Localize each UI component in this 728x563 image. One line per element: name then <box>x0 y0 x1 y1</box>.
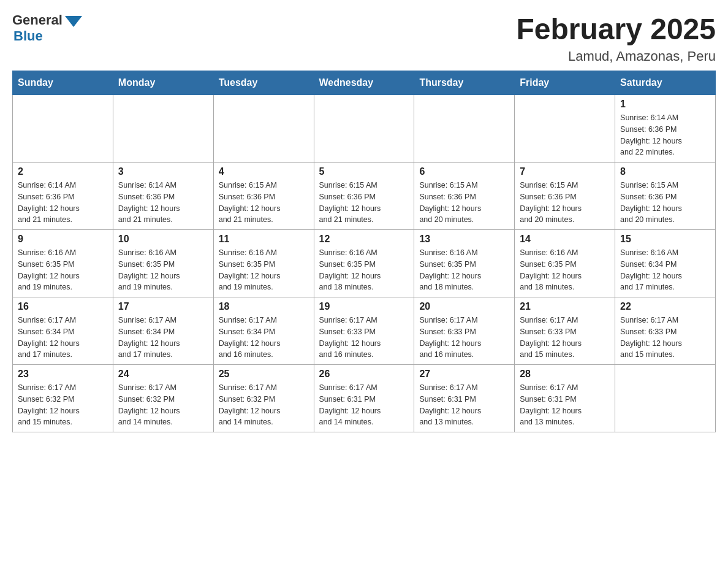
day-number: 20 <box>419 301 509 312</box>
day-number: 23 <box>18 369 108 380</box>
day-number: 13 <box>419 234 509 245</box>
calendar-cell <box>615 365 716 432</box>
day-number: 24 <box>118 369 208 380</box>
logo: General Blue <box>12 12 82 44</box>
calendar-cell: 19Sunrise: 6:17 AM Sunset: 6:33 PM Dayli… <box>314 297 414 365</box>
calendar-cell <box>515 95 615 163</box>
day-number: 25 <box>219 369 309 380</box>
day-info: Sunrise: 6:15 AM Sunset: 6:36 PM Dayligh… <box>219 180 309 226</box>
day-number: 8 <box>620 166 710 177</box>
day-info: Sunrise: 6:15 AM Sunset: 6:36 PM Dayligh… <box>520 180 610 226</box>
title-area: February 2025 Lamud, Amazonas, Peru <box>516 12 716 64</box>
day-number: 1 <box>620 99 710 110</box>
calendar-cell: 20Sunrise: 6:17 AM Sunset: 6:33 PM Dayli… <box>414 297 515 365</box>
day-info: Sunrise: 6:17 AM Sunset: 6:34 PM Dayligh… <box>219 315 309 361</box>
calendar-cell: 24Sunrise: 6:17 AM Sunset: 6:32 PM Dayli… <box>113 365 213 432</box>
day-info: Sunrise: 6:17 AM Sunset: 6:33 PM Dayligh… <box>520 315 610 361</box>
day-info: Sunrise: 6:14 AM Sunset: 6:36 PM Dayligh… <box>118 180 208 226</box>
day-number: 12 <box>319 234 409 245</box>
day-info: Sunrise: 6:14 AM Sunset: 6:36 PM Dayligh… <box>18 180 108 226</box>
day-info: Sunrise: 6:16 AM Sunset: 6:35 PM Dayligh… <box>319 247 409 293</box>
week-row-1: 1Sunrise: 6:14 AM Sunset: 6:36 PM Daylig… <box>13 95 716 163</box>
calendar-cell <box>213 95 314 163</box>
week-row-5: 23Sunrise: 6:17 AM Sunset: 6:32 PM Dayli… <box>13 365 716 432</box>
calendar-cell: 26Sunrise: 6:17 AM Sunset: 6:31 PM Dayli… <box>314 365 414 432</box>
calendar-cell: 6Sunrise: 6:15 AM Sunset: 6:36 PM Daylig… <box>414 163 515 230</box>
day-number: 11 <box>219 234 309 245</box>
calendar-cell: 22Sunrise: 6:17 AM Sunset: 6:33 PM Dayli… <box>615 297 716 365</box>
day-info: Sunrise: 6:16 AM Sunset: 6:34 PM Dayligh… <box>620 247 710 293</box>
day-info: Sunrise: 6:16 AM Sunset: 6:35 PM Dayligh… <box>118 247 208 293</box>
page-header: General Blue February 2025 Lamud, Amazon… <box>12 12 716 64</box>
day-number: 15 <box>620 234 710 245</box>
day-info: Sunrise: 6:17 AM Sunset: 6:33 PM Dayligh… <box>419 315 509 361</box>
day-header-thursday: Thursday <box>414 71 515 95</box>
day-number: 17 <box>118 301 208 312</box>
day-header-sunday: Sunday <box>13 71 113 95</box>
day-number: 18 <box>219 301 309 312</box>
day-number: 28 <box>520 369 610 380</box>
calendar-cell: 1Sunrise: 6:14 AM Sunset: 6:36 PM Daylig… <box>615 95 716 163</box>
calendar-cell: 25Sunrise: 6:17 AM Sunset: 6:32 PM Dayli… <box>213 365 314 432</box>
day-number: 22 <box>620 301 710 312</box>
day-info: Sunrise: 6:17 AM Sunset: 6:32 PM Dayligh… <box>18 382 108 428</box>
calendar-cell: 28Sunrise: 6:17 AM Sunset: 6:31 PM Dayli… <box>515 365 615 432</box>
calendar-cell: 10Sunrise: 6:16 AM Sunset: 6:35 PM Dayli… <box>113 230 213 297</box>
month-title: February 2025 <box>516 12 716 46</box>
day-number: 14 <box>520 234 610 245</box>
week-row-3: 9Sunrise: 6:16 AM Sunset: 6:35 PM Daylig… <box>13 230 716 297</box>
day-number: 6 <box>419 166 509 177</box>
day-header-saturday: Saturday <box>615 71 716 95</box>
logo-blue-text: Blue <box>13 28 43 44</box>
day-info: Sunrise: 6:15 AM Sunset: 6:36 PM Dayligh… <box>319 180 409 226</box>
calendar-cell: 13Sunrise: 6:16 AM Sunset: 6:35 PM Dayli… <box>414 230 515 297</box>
calendar-cell: 7Sunrise: 6:15 AM Sunset: 6:36 PM Daylig… <box>515 163 615 230</box>
day-info: Sunrise: 6:17 AM Sunset: 6:33 PM Dayligh… <box>319 315 409 361</box>
day-number: 10 <box>118 234 208 245</box>
calendar-cell <box>414 95 515 163</box>
days-header-row: SundayMondayTuesdayWednesdayThursdayFrid… <box>13 71 716 95</box>
calendar-table: SundayMondayTuesdayWednesdayThursdayFrid… <box>12 71 716 432</box>
day-number: 21 <box>520 301 610 312</box>
day-info: Sunrise: 6:17 AM Sunset: 6:31 PM Dayligh… <box>520 382 610 428</box>
day-header-wednesday: Wednesday <box>314 71 414 95</box>
day-header-friday: Friday <box>515 71 615 95</box>
calendar-cell <box>314 95 414 163</box>
calendar-cell <box>13 95 113 163</box>
day-info: Sunrise: 6:15 AM Sunset: 6:36 PM Dayligh… <box>620 180 710 226</box>
day-header-tuesday: Tuesday <box>213 71 314 95</box>
calendar-cell: 17Sunrise: 6:17 AM Sunset: 6:34 PM Dayli… <box>113 297 213 365</box>
day-info: Sunrise: 6:17 AM Sunset: 6:34 PM Dayligh… <box>18 315 108 361</box>
calendar-cell: 9Sunrise: 6:16 AM Sunset: 6:35 PM Daylig… <box>13 230 113 297</box>
day-info: Sunrise: 6:16 AM Sunset: 6:35 PM Dayligh… <box>419 247 509 293</box>
calendar-cell: 14Sunrise: 6:16 AM Sunset: 6:35 PM Dayli… <box>515 230 615 297</box>
day-info: Sunrise: 6:17 AM Sunset: 6:31 PM Dayligh… <box>319 382 409 428</box>
day-number: 3 <box>118 166 208 177</box>
day-info: Sunrise: 6:14 AM Sunset: 6:36 PM Dayligh… <box>620 112 710 158</box>
day-number: 27 <box>419 369 509 380</box>
day-info: Sunrise: 6:16 AM Sunset: 6:35 PM Dayligh… <box>18 247 108 293</box>
logo-general-text: General <box>12 12 63 28</box>
day-number: 2 <box>18 166 108 177</box>
day-info: Sunrise: 6:17 AM Sunset: 6:32 PM Dayligh… <box>118 382 208 428</box>
calendar-cell: 21Sunrise: 6:17 AM Sunset: 6:33 PM Dayli… <box>515 297 615 365</box>
day-info: Sunrise: 6:17 AM Sunset: 6:34 PM Dayligh… <box>118 315 208 361</box>
logo-arrow-icon <box>65 16 82 27</box>
week-row-4: 16Sunrise: 6:17 AM Sunset: 6:34 PM Dayli… <box>13 297 716 365</box>
day-info: Sunrise: 6:16 AM Sunset: 6:35 PM Dayligh… <box>520 247 610 293</box>
day-number: 16 <box>18 301 108 312</box>
calendar-cell: 15Sunrise: 6:16 AM Sunset: 6:34 PM Dayli… <box>615 230 716 297</box>
calendar-cell: 5Sunrise: 6:15 AM Sunset: 6:36 PM Daylig… <box>314 163 414 230</box>
calendar-cell: 16Sunrise: 6:17 AM Sunset: 6:34 PM Dayli… <box>13 297 113 365</box>
day-info: Sunrise: 6:17 AM Sunset: 6:33 PM Dayligh… <box>620 315 710 361</box>
calendar-cell: 12Sunrise: 6:16 AM Sunset: 6:35 PM Dayli… <box>314 230 414 297</box>
day-info: Sunrise: 6:16 AM Sunset: 6:35 PM Dayligh… <box>219 247 309 293</box>
calendar-cell: 11Sunrise: 6:16 AM Sunset: 6:35 PM Dayli… <box>213 230 314 297</box>
day-info: Sunrise: 6:17 AM Sunset: 6:31 PM Dayligh… <box>419 382 509 428</box>
calendar-cell: 2Sunrise: 6:14 AM Sunset: 6:36 PM Daylig… <box>13 163 113 230</box>
calendar-cell: 18Sunrise: 6:17 AM Sunset: 6:34 PM Dayli… <box>213 297 314 365</box>
day-number: 9 <box>18 234 108 245</box>
day-number: 19 <box>319 301 409 312</box>
day-info: Sunrise: 6:17 AM Sunset: 6:32 PM Dayligh… <box>219 382 309 428</box>
day-number: 4 <box>219 166 309 177</box>
